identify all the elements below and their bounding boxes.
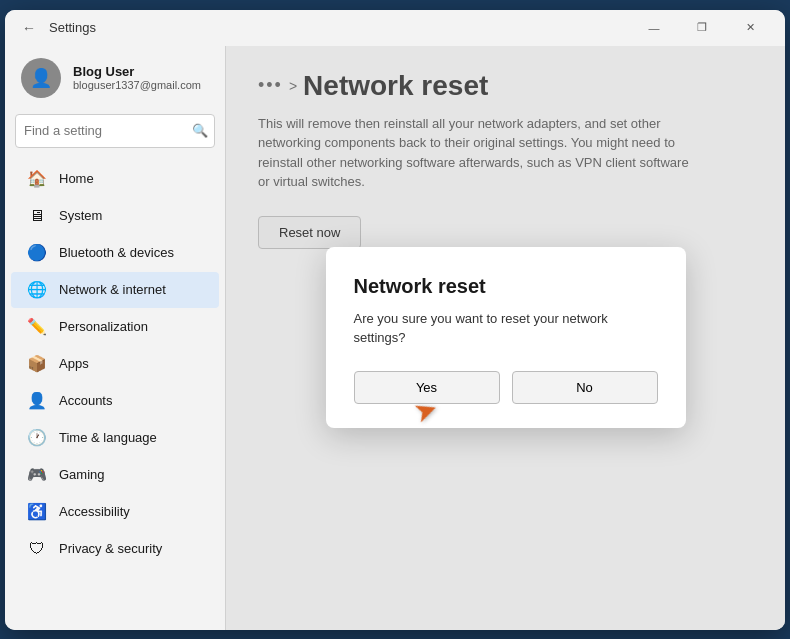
sidebar-item-label: Network & internet: [59, 282, 166, 297]
sidebar-item-bluetooth[interactable]: 🔵 Bluetooth & devices: [11, 235, 219, 271]
home-icon: 🏠: [27, 169, 47, 189]
sidebar-item-accessibility[interactable]: ♿ Accessibility: [11, 494, 219, 530]
personalization-icon: ✏️: [27, 317, 47, 337]
sidebar-item-network[interactable]: 🌐 Network & internet: [11, 272, 219, 308]
sidebar-item-label: Apps: [59, 356, 89, 371]
sidebar-item-label: Bluetooth & devices: [59, 245, 174, 260]
settings-window: ← Settings — ❐ ✕ 👤 Blog User bloguser133…: [5, 10, 785, 630]
sidebar-item-label: Accounts: [59, 393, 112, 408]
main-content-area: 👤 Blog User bloguser1337@gmail.com 🔍 🏠 H…: [5, 46, 785, 630]
dialog-message: Are you sure you want to reset your netw…: [354, 310, 658, 346]
accessibility-icon: ♿: [27, 502, 47, 522]
sidebar-item-label: Time & language: [59, 430, 157, 445]
maximize-button[interactable]: ❐: [679, 12, 725, 44]
main-panel: ••• > Network reset This will remove the…: [226, 46, 785, 630]
time-icon: 🕐: [27, 428, 47, 448]
system-icon: 🖥: [27, 206, 47, 226]
sidebar-item-personalization[interactable]: ✏️ Personalization: [11, 309, 219, 345]
minimize-button[interactable]: —: [631, 12, 677, 44]
sidebar-item-accounts[interactable]: 👤 Accounts: [11, 383, 219, 419]
search-icon: 🔍: [192, 123, 208, 138]
back-button[interactable]: ←: [17, 16, 41, 40]
user-email: bloguser1337@gmail.com: [73, 79, 201, 91]
user-info: Blog User bloguser1337@gmail.com: [73, 64, 201, 91]
window-title: Settings: [49, 20, 631, 35]
no-button[interactable]: No: [512, 371, 658, 404]
sidebar-item-label: Privacy & security: [59, 541, 162, 556]
accounts-icon: 👤: [27, 391, 47, 411]
search-box[interactable]: 🔍: [15, 114, 215, 148]
dialog-title: Network reset: [354, 275, 658, 298]
window-controls: — ❐ ✕: [631, 12, 773, 44]
sidebar-item-label: System: [59, 208, 102, 223]
sidebar-item-gaming[interactable]: 🎮 Gaming: [11, 457, 219, 493]
sidebar-item-home[interactable]: 🏠 Home: [11, 161, 219, 197]
sidebar-item-label: Accessibility: [59, 504, 130, 519]
sidebar-item-label: Home: [59, 171, 94, 186]
dialog-buttons: Yes No: [354, 371, 658, 404]
sidebar-item-system[interactable]: 🖥 System: [11, 198, 219, 234]
sidebar-item-label: Personalization: [59, 319, 148, 334]
network-icon: 🌐: [27, 280, 47, 300]
sidebar: 👤 Blog User bloguser1337@gmail.com 🔍 🏠 H…: [5, 46, 225, 630]
sidebar-item-time[interactable]: 🕐 Time & language: [11, 420, 219, 456]
network-reset-dialog: Network reset Are you sure you want to r…: [326, 247, 686, 427]
user-profile: 👤 Blog User bloguser1337@gmail.com: [5, 46, 225, 114]
bluetooth-icon: 🔵: [27, 243, 47, 263]
apps-icon: 📦: [27, 354, 47, 374]
gaming-icon: 🎮: [27, 465, 47, 485]
close-button[interactable]: ✕: [727, 12, 773, 44]
avatar: 👤: [21, 58, 61, 98]
yes-button[interactable]: Yes: [354, 371, 500, 404]
user-name: Blog User: [73, 64, 201, 79]
privacy-icon: 🛡: [27, 539, 47, 559]
sidebar-item-privacy[interactable]: 🛡 Privacy & security: [11, 531, 219, 567]
avatar-icon: 👤: [30, 67, 52, 89]
titlebar: ← Settings — ❐ ✕: [5, 10, 785, 46]
sidebar-item-label: Gaming: [59, 467, 105, 482]
sidebar-item-apps[interactable]: 📦 Apps: [11, 346, 219, 382]
nav-list: 🏠 Home 🖥 System 🔵 Bluetooth & devices 🌐 …: [5, 160, 225, 568]
dialog-overlay: Network reset Are you sure you want to r…: [226, 46, 785, 630]
search-input[interactable]: [24, 123, 192, 138]
